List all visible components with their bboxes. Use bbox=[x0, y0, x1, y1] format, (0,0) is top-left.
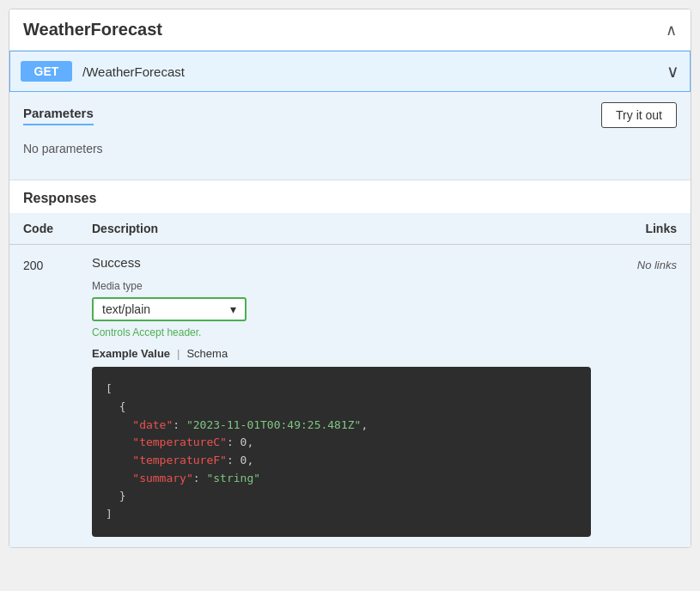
schema-tab[interactable]: Schema bbox=[186, 347, 234, 360]
params-header: Parameters Try it out bbox=[9, 92, 691, 128]
responses-label: Responses bbox=[23, 191, 96, 205]
code-val-summary: "string" bbox=[206, 472, 260, 484]
example-value-tab[interactable]: Example Value bbox=[92, 347, 177, 360]
col-header-description: Description bbox=[92, 222, 591, 235]
no-params-text: No parameters bbox=[9, 128, 691, 180]
response-code: 200 bbox=[23, 255, 92, 272]
code-val-tempF: 0 bbox=[240, 454, 247, 466]
tab-divider: | bbox=[177, 347, 186, 360]
responses-section: Responses bbox=[9, 180, 691, 213]
http-method-badge: GET bbox=[21, 61, 72, 82]
code-key-summary: "summary" bbox=[132, 472, 192, 484]
example-tabs: Example Value | Schema bbox=[92, 347, 591, 360]
bar-collapse-icon[interactable]: ∨ bbox=[667, 61, 679, 82]
code-key-date: "date" bbox=[132, 418, 173, 431]
parameters-label: Parameters bbox=[23, 106, 94, 125]
swagger-container: WeatherForecast ∧ GET /WeatherForecast ∨… bbox=[9, 9, 691, 548]
endpoint-title: WeatherForecast bbox=[23, 20, 162, 40]
success-label: Success bbox=[92, 255, 591, 270]
col-header-links: Links bbox=[591, 222, 677, 235]
table-row: 200 Success Media type text/plain ▾ Cont… bbox=[9, 245, 691, 547]
try-it-out-button[interactable]: Try it out bbox=[601, 102, 677, 128]
media-type-label: Media type bbox=[92, 280, 591, 292]
code-val-date: "2023-11-01T00:49:25.481Z" bbox=[186, 418, 362, 431]
code-block: [ { "date": "2023-11-01T00:49:25.481Z", … bbox=[92, 367, 591, 537]
response-links: No links bbox=[591, 255, 677, 271]
responses-table: Code Description Links 200 Success Media… bbox=[9, 213, 691, 547]
code-val-tempC: 0 bbox=[240, 436, 247, 448]
get-bar[interactable]: GET /WeatherForecast ∨ bbox=[9, 51, 691, 92]
code-key-tempC: "temperatureC" bbox=[132, 436, 227, 448]
endpoint-header: WeatherForecast ∧ bbox=[9, 9, 691, 51]
parameters-section: Parameters Try it out No parameters bbox=[9, 92, 691, 180]
media-type-value: text/plain bbox=[102, 302, 150, 316]
responses-table-header: Code Description Links bbox=[9, 213, 691, 245]
media-type-chevron-icon: ▾ bbox=[230, 302, 236, 316]
media-type-select[interactable]: text/plain ▾ bbox=[92, 297, 247, 321]
col-header-code: Code bbox=[23, 222, 92, 235]
endpoint-path: /WeatherForecast bbox=[82, 64, 667, 79]
controls-hint: Controls Accept header. bbox=[92, 326, 591, 338]
response-description: Success Media type text/plain ▾ Controls… bbox=[92, 255, 591, 537]
code-key-tempF: "temperatureF" bbox=[132, 454, 227, 466]
header-collapse-icon[interactable]: ∧ bbox=[666, 21, 677, 40]
